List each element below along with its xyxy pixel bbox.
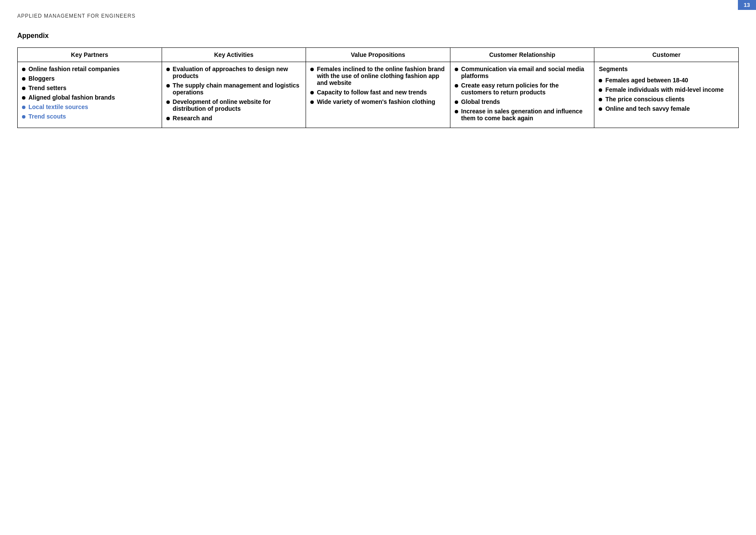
page-header: APPLIED MANAGEMENT FOR ENGINEERS (17, 13, 739, 19)
list-item: Segments (599, 66, 734, 72)
col-header-customer: Customer (594, 48, 739, 62)
bullet-icon (22, 106, 25, 109)
key-activities-cell: Evaluation of approaches to design new p… (162, 62, 306, 128)
list-item: Trend setters (22, 84, 157, 91)
list-item: Bloggers (22, 75, 157, 82)
bullet-icon (455, 68, 458, 71)
bullet-icon (599, 98, 602, 101)
appendix-title: Appendix (17, 32, 739, 40)
bullet-icon (166, 68, 170, 71)
col-header-key-activities: Key Activities (162, 48, 306, 62)
list-item: The price conscious clients (599, 96, 734, 103)
list-item: Female individuals with mid-level income (599, 86, 734, 93)
list-item: Global trends (455, 98, 590, 105)
value-propositions-cell: Females inclined to the online fashion b… (306, 62, 450, 128)
list-item: Increase in sales generation and influen… (455, 108, 590, 122)
list-item: Development of online website for distri… (166, 98, 302, 112)
bullet-icon (310, 91, 314, 94)
list-item: Communication via email and social media… (455, 66, 590, 79)
col-header-customer-relationship: Customer Relationship (450, 48, 594, 62)
list-item: Females inclined to the online fashion b… (310, 66, 446, 86)
col-header-value-propositions: Value Propositions (306, 48, 450, 62)
list-item: The supply chain management and logistic… (166, 82, 302, 96)
bullet-icon (166, 117, 170, 120)
bullet-icon (599, 88, 602, 92)
list-item: Online and tech savvy female (599, 105, 734, 112)
bullet-icon (166, 100, 170, 104)
bullet-icon (22, 96, 25, 100)
bullet-icon (22, 87, 25, 90)
list-item: Online fashion retail companies (22, 66, 157, 72)
list-item: Wide variety of women's fashion clothing (310, 98, 446, 105)
bullet-icon (22, 115, 25, 119)
bullet-icon (455, 84, 458, 88)
bullet-icon (22, 77, 25, 81)
bullet-icon (455, 110, 458, 113)
customer-segments-cell: Segments Females aged between 18-40 Fema… (594, 62, 739, 128)
bmc-table: Key Partners Key Activities Value Propos… (17, 47, 739, 128)
list-item: Capacity to follow fast and new trends (310, 89, 446, 96)
list-item: Create easy return policies for the cust… (455, 82, 590, 96)
bullet-icon (455, 100, 458, 104)
list-item: Aligned global fashion brands (22, 94, 157, 101)
list-item: Local textile sources (22, 103, 157, 110)
list-item: Females aged between 18-40 (599, 77, 734, 84)
bullet-icon (310, 68, 314, 71)
list-item: Trend scouts (22, 113, 157, 120)
bullet-icon (599, 107, 602, 111)
col-header-key-partners: Key Partners (18, 48, 162, 62)
bullet-icon (166, 84, 170, 88)
list-item: Research and (166, 115, 302, 122)
bullet-icon (22, 68, 25, 71)
customer-relationship-cell: Communication via email and social media… (450, 62, 594, 128)
page-number: 13 (738, 0, 756, 10)
bullet-icon (310, 100, 314, 104)
key-partners-cell: Online fashion retail companies Bloggers… (18, 62, 162, 128)
bullet-icon (599, 79, 602, 82)
list-item: Evaluation of approaches to design new p… (166, 66, 302, 79)
